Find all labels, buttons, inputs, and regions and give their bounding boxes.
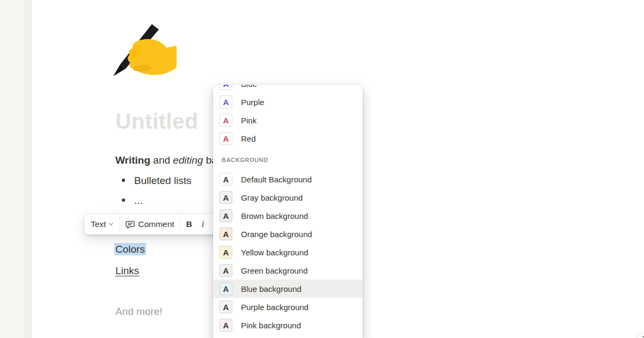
menu-item-pink-background[interactable]: A Pink background	[213, 316, 363, 334]
menu-item-label: Orange background	[241, 230, 312, 239]
bulleted-list-item[interactable]: Bulleted lists	[122, 174, 192, 187]
intro-segment-bold: Writing	[115, 155, 150, 166]
bullet-label: ...	[134, 195, 143, 206]
menu-item-label: Blue background	[241, 284, 302, 293]
intro-segment-plain: and	[150, 155, 173, 166]
text-style-label: Text	[91, 219, 106, 229]
comment-icon	[125, 219, 135, 230]
menu-item-label: Purple	[241, 98, 264, 107]
menu-item-gray-background[interactable]: A Gray background	[213, 188, 363, 207]
menu-item-label: Blue	[241, 85, 257, 89]
menu-item-purple-text[interactable]: A Purple	[213, 93, 363, 111]
color-swatch: A	[219, 319, 232, 332]
color-swatch: A	[219, 95, 232, 108]
menu-item-orange-background[interactable]: A Orange background	[213, 225, 363, 243]
text-style-dropdown[interactable]: Text	[86, 216, 118, 232]
toolbar-divider	[119, 214, 120, 234]
chevron-down-icon	[108, 222, 114, 227]
color-swatch: A	[219, 264, 232, 277]
menu-item-default-background[interactable]: A Default Background	[213, 170, 363, 188]
menu-item-purple-background[interactable]: A Purple background	[213, 298, 363, 316]
color-swatch: A	[219, 173, 232, 186]
color-swatch: A	[219, 85, 232, 90]
menu-item-label: Red	[241, 134, 256, 143]
bullet-label: Bulleted lists	[134, 175, 192, 186]
colors-paragraph[interactable]: Colors	[115, 243, 145, 256]
intro-segment-italic: editing	[173, 155, 203, 166]
color-swatch: A	[219, 114, 232, 127]
bullet-dot	[122, 179, 125, 182]
menu-item-blue-text[interactable]: A Blue	[213, 85, 363, 93]
menu-item-yellow-background[interactable]: A Yellow background	[213, 243, 363, 261]
color-swatch: A	[219, 300, 232, 313]
menu-item-label: Default Background	[241, 175, 312, 184]
bulleted-list-item[interactable]: ...	[122, 194, 143, 207]
color-swatch: A	[219, 209, 232, 222]
writing-hand-emoji[interactable]	[111, 24, 177, 78]
selected-text: Colors	[114, 243, 146, 255]
menu-item-red-text[interactable]: A Red	[213, 129, 363, 148]
color-swatch: A	[219, 191, 232, 204]
bullet-dot	[122, 199, 125, 202]
menu-item-label: Yellow background	[241, 248, 308, 257]
menu-item-green-background[interactable]: A Green background	[213, 261, 363, 280]
comment-label: Comment	[138, 219, 174, 229]
page-title[interactable]: Untitled	[115, 109, 198, 134]
toolbar-divider	[180, 214, 180, 234]
background-section-header: BACKGROUND	[213, 156, 363, 164]
menu-item-brown-background[interactable]: A Brown background	[213, 207, 363, 225]
comment-button[interactable]: Comment	[121, 216, 178, 232]
color-swatch: A	[219, 132, 232, 145]
color-swatch: A	[219, 246, 232, 259]
menu-item-label: Gray background	[241, 193, 303, 202]
menu-item-blue-background[interactable]: A Blue background	[213, 280, 363, 298]
italic-button[interactable]: i	[197, 216, 209, 232]
menu-item-label: Brown background	[241, 211, 308, 221]
menu-item-label: Purple background	[241, 303, 309, 312]
links-hyperlink[interactable]: Links	[115, 264, 139, 277]
color-menu-panel: A Blue A Purple A Pink A Red BACKGROUND …	[213, 85, 363, 338]
color-swatch: A	[219, 282, 232, 295]
intro-paragraph[interactable]: Writing and editing ba	[115, 154, 217, 167]
bold-button[interactable]: B	[181, 216, 197, 232]
menu-item-label: Pink background	[241, 321, 301, 330]
menu-item-pink-text[interactable]: A Pink	[213, 111, 363, 129]
format-toolbar: Text Comment B i	[84, 214, 225, 234]
color-menu-list: A Blue A Purple A Pink A Red BACKGROUND …	[213, 85, 363, 334]
menu-item-label: Green background	[241, 266, 308, 275]
color-swatch: A	[219, 227, 232, 240]
and-more-text[interactable]: And more!	[115, 305, 163, 318]
menu-item-label: Pink	[241, 116, 257, 125]
